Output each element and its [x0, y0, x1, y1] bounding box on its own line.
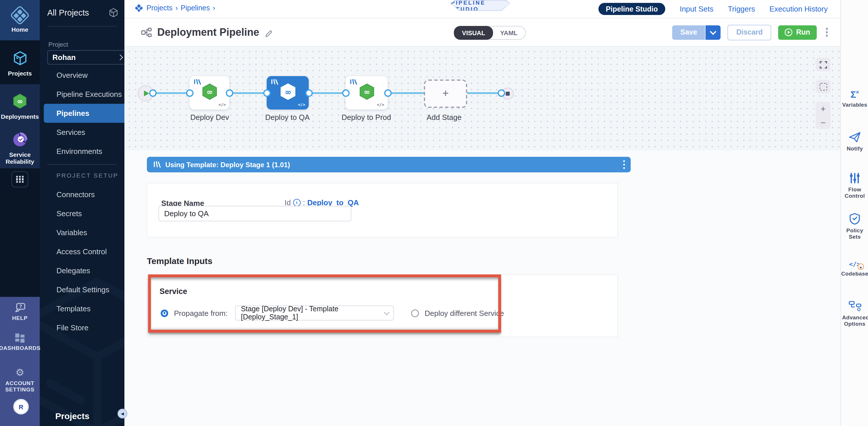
- tab-execution-history[interactable]: Execution History: [770, 5, 828, 13]
- pipeline-canvas[interactable]: ∞ </> ∞ </>: [124, 47, 840, 151]
- tab-triggers[interactable]: Triggers: [728, 5, 755, 13]
- rail-item-deployments[interactable]: ∞ Deployments: [0, 84, 40, 128]
- title-toolbar: Deployment Pipeline VISUAL YAML Save Dis…: [124, 19, 840, 47]
- projects-cube-icon: [12, 50, 28, 66]
- harness-logo-icon: [135, 4, 143, 12]
- rail-item-service-reliability[interactable]: Service Reliability: [0, 128, 40, 168]
- rail-item-label: Service Reliability: [2, 151, 38, 165]
- sidebar-item-pipeline-executions[interactable]: Pipeline Executions: [40, 85, 124, 104]
- connector-port[interactable]: [226, 89, 233, 97]
- rail-item-home[interactable]: Home: [0, 0, 40, 40]
- info-icon[interactable]: i: [293, 199, 301, 206]
- connector-port[interactable]: [149, 89, 157, 97]
- play-icon: [144, 90, 149, 96]
- sidebar-collapse-toggle[interactable]: ◀: [118, 409, 127, 419]
- edit-pencil-icon[interactable]: [265, 28, 273, 37]
- rail-notify-button[interactable]: Notify: [841, 132, 868, 151]
- save-button[interactable]: Save: [672, 25, 705, 39]
- propagate-stage-dropdown[interactable]: Stage [Deploy Dev] - Template [Deploy_St…: [235, 306, 394, 320]
- discard-button[interactable]: Discard: [728, 25, 772, 40]
- sidebar-item-delegates[interactable]: Delegates: [40, 261, 124, 280]
- flow-control-icon: [849, 172, 861, 184]
- rail-policy-sets-button[interactable]: Policy Sets: [841, 213, 868, 240]
- rail-item-label: Policy Sets: [843, 227, 866, 240]
- pipeline-graph-icon: [141, 27, 152, 37]
- home-icon: [10, 5, 30, 25]
- sidebar-item-templates[interactable]: Templates: [40, 299, 124, 318]
- stage-node-deploy-dev[interactable]: ∞ </>: [189, 76, 229, 110]
- connector-port[interactable]: [342, 89, 350, 97]
- save-dropdown-button[interactable]: [705, 25, 721, 39]
- rail-flow-control-button[interactable]: Flow Control: [841, 172, 868, 199]
- sidebar-item-environments[interactable]: Environments: [40, 142, 124, 161]
- add-stage-button[interactable]: +: [424, 80, 467, 108]
- svg-text:∞: ∞: [364, 88, 370, 96]
- gear-icon: ⚙: [16, 368, 25, 378]
- service-title: Service: [159, 287, 187, 296]
- help-icon: ?: [14, 303, 26, 313]
- plus-icon: +: [442, 87, 449, 100]
- connector-port[interactable]: [305, 89, 313, 97]
- project-selector[interactable]: Rohan: [47, 50, 124, 64]
- module-grid-button[interactable]: [11, 171, 28, 187]
- sidebar-item-file-store[interactable]: File Store: [40, 318, 124, 337]
- connector-port[interactable]: [498, 89, 505, 97]
- all-projects-label[interactable]: All Projects: [47, 8, 89, 17]
- svg-text:⚙: ⚙: [856, 306, 861, 312]
- stage-node-deploy-to-prod[interactable]: ∞ </>: [346, 76, 388, 110]
- stage-name-input[interactable]: [158, 206, 351, 221]
- dashboards-button[interactable]: DASHBOARDS: [0, 333, 40, 351]
- rail-codebase-button[interactable]: </>▲ Codebase: [841, 260, 868, 277]
- stage-label-deploy-to-prod: Deploy to Prod: [326, 113, 407, 122]
- zoom-in-button[interactable]: +: [815, 102, 831, 115]
- rail-item-projects[interactable]: Projects: [0, 42, 40, 84]
- template-icon: [153, 161, 161, 168]
- breadcrumb-separator: ›: [213, 4, 215, 12]
- sidebar-item-overview[interactable]: Overview: [40, 66, 124, 85]
- sidebar-item-secrets[interactable]: Secrets: [40, 204, 124, 223]
- deploy-different-label: Deploy different Service: [425, 309, 504, 317]
- fullscreen-button[interactable]: [815, 58, 831, 72]
- stage-node-deploy-to-qa[interactable]: ∞ </>: [267, 76, 309, 110]
- more-options-button[interactable]: [824, 26, 830, 39]
- connector-port[interactable]: [186, 89, 193, 97]
- connector-port[interactable]: [384, 89, 392, 97]
- breadcrumb-pipelines[interactable]: Pipelines: [181, 4, 210, 12]
- sidebar-item-services[interactable]: Services: [40, 123, 124, 142]
- sidebar-item-pipelines[interactable]: Pipelines: [44, 104, 124, 123]
- sidebar-item-default-settings[interactable]: Default Settings: [40, 280, 124, 299]
- rail-variables-button[interactable]: Σ× Variables: [841, 88, 868, 108]
- zoom-out-button[interactable]: −: [815, 115, 831, 129]
- toggle-yaml[interactable]: YAML: [493, 27, 525, 39]
- help-button[interactable]: ? HELP: [0, 303, 40, 321]
- policy-sets-icon: [849, 213, 861, 225]
- connector-port[interactable]: [263, 89, 271, 97]
- stage-label-deploy-dev: Deploy Dev: [169, 113, 250, 122]
- app-screen: Home Projects ∞ Deployments: [0, 0, 868, 426]
- cube-icon[interactable]: [108, 7, 119, 18]
- sidebar-item-connectors[interactable]: Connectors: [40, 185, 124, 204]
- template-options-button[interactable]: [621, 158, 627, 171]
- run-button[interactable]: Run: [778, 25, 816, 39]
- studio-right-rail: Σ× Variables Notify Flow Control: [840, 0, 868, 426]
- marquee-select-button[interactable]: [815, 80, 831, 93]
- deploy-different-radio[interactable]: [411, 309, 419, 317]
- pipeline-studio-ribbon: PIPELINE STUDIO: [451, 0, 510, 11]
- template-icon: [271, 79, 278, 86]
- template-banner-text: Using Template: Deploy Stage 1 (1.01): [165, 161, 290, 169]
- sidebar-setup-menu: Connectors Secrets Variables Access Cont…: [40, 185, 124, 337]
- notify-icon: [848, 132, 861, 143]
- sidebar-menu: Overview Pipeline Executions Pipelines S…: [40, 66, 124, 161]
- account-settings-button[interactable]: ⚙ ACCOUNT SETTINGS: [0, 368, 40, 393]
- tab-input-sets[interactable]: Input Sets: [680, 5, 713, 13]
- sidebar-item-variables[interactable]: Variables: [40, 223, 124, 242]
- user-avatar[interactable]: R: [13, 399, 29, 415]
- project-setup-header: PROJECT SETUP: [57, 172, 118, 179]
- sidebar-item-access-control[interactable]: Access Control: [40, 242, 124, 261]
- rail-advanced-options-button[interactable]: ⚙ Advanced Options: [841, 300, 868, 327]
- propagate-from-radio[interactable]: [161, 309, 168, 317]
- toggle-visual[interactable]: VISUAL: [454, 26, 493, 40]
- breadcrumb-projects[interactable]: Projects: [147, 4, 173, 12]
- rail-item-label: Projects: [8, 70, 32, 77]
- tab-pipeline-studio[interactable]: Pipeline Studio: [598, 3, 665, 15]
